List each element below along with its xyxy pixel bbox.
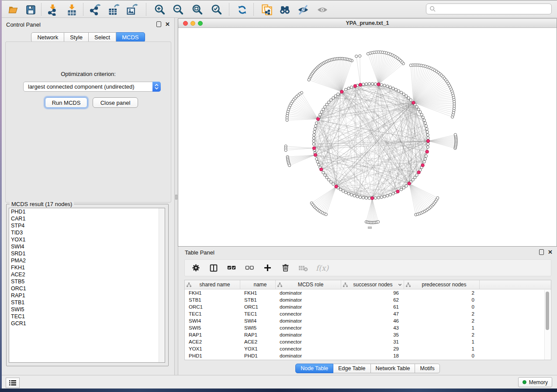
mcds-result-item[interactable]: PHD1 — [9, 208, 165, 215]
column-header-shared-name[interactable]: shared name — [185, 280, 240, 289]
zoom-in-icon[interactable] — [154, 3, 166, 16]
mcds-result-item[interactable]: RAP1 — [9, 292, 165, 299]
horizontal-splitter-handle[interactable] — [368, 227, 372, 229]
vertical-splitter[interactable] — [175, 18, 178, 375]
mcds-result-item[interactable]: CAR1 — [9, 215, 165, 222]
table-row[interactable]: PHD1PHD1dominator180 — [185, 352, 551, 359]
column-header-name[interactable]: name — [240, 280, 276, 289]
close-panel-button[interactable]: Close panel — [93, 97, 138, 108]
mcds-result-item[interactable]: STB5 — [9, 278, 165, 285]
mcds-result-item[interactable]: ACE2 — [9, 271, 165, 278]
tab-mcds[interactable]: MCDS — [116, 32, 145, 42]
cell: dominator — [276, 296, 341, 303]
table-row[interactable]: ORC1ORC1dominator610 — [185, 303, 551, 310]
table-row[interactable]: STB1STB1dominator620 — [185, 296, 551, 303]
column-header-MCDS-role[interactable]: MCDS role — [276, 280, 341, 289]
zoom-selected-icon[interactable] — [211, 3, 223, 16]
cell: SWI5 — [185, 324, 240, 331]
memory-button[interactable]: Memory — [518, 377, 552, 387]
mcds-list-scrollbar[interactable] — [159, 208, 165, 362]
desktop-wallpaper-bottom — [0, 389, 557, 392]
table-row[interactable]: ACE2ACE2connector311 — [185, 338, 551, 345]
tab-network-table[interactable]: Network Table — [371, 364, 415, 373]
column-namespace-icon — [277, 282, 282, 287]
cell: 96 — [341, 289, 404, 296]
tab-network[interactable]: Network — [31, 32, 64, 42]
table-row[interactable]: YOX1YOX1connector291 — [185, 345, 551, 352]
table-row[interactable]: FKH1FKH1dominator962 — [185, 289, 551, 296]
mcds-result-item[interactable]: YOX1 — [9, 236, 165, 243]
control-panel-title: Control Panel — [6, 21, 41, 28]
tab-select[interactable]: Select — [89, 32, 116, 42]
float-table-panel-icon[interactable] — [539, 249, 544, 255]
zoom-fit-icon[interactable] — [191, 3, 204, 16]
criterion-value: largest connected component (undirected) — [24, 83, 152, 90]
mcds-result-item[interactable]: STP4 — [9, 222, 165, 229]
cell: 31 — [341, 338, 404, 345]
mcds-result-item[interactable]: SWI4 — [9, 243, 165, 250]
tab-node-table[interactable]: Node Table — [295, 364, 333, 373]
close-panel-icon[interactable]: ✕ — [165, 22, 170, 27]
clone-network-icon[interactable] — [260, 3, 273, 16]
close-table-panel-icon[interactable]: ✕ — [548, 250, 553, 254]
criterion-dropdown[interactable]: largest connected component (undirected) — [23, 82, 161, 92]
cell: 61 — [341, 303, 404, 310]
mcds-result-item[interactable]: PMA2 — [9, 257, 165, 264]
table-row[interactable]: SWI4SWI4dominator462 — [185, 317, 551, 324]
task-history-button[interactable] — [6, 378, 20, 388]
find-binoculars-icon[interactable] — [279, 3, 291, 16]
mcds-result-item[interactable]: GCR1 — [9, 320, 165, 327]
zoom-out-icon[interactable] — [172, 3, 184, 16]
tab-style[interactable]: Style — [64, 32, 89, 42]
tab-edge-table[interactable]: Edge Table — [333, 364, 370, 373]
mcds-result-item[interactable]: SRD1 — [9, 250, 165, 257]
delete-column-trash-icon[interactable] — [280, 263, 291, 273]
cell: SWI4 — [240, 317, 276, 324]
deselect-all-icon[interactable] — [244, 263, 255, 273]
table-panel: Table Panel ✕ — [178, 247, 557, 375]
mcds-result-item[interactable]: ORC1 — [9, 285, 165, 292]
export-network-icon[interactable] — [89, 3, 101, 16]
network-window-titlebar[interactable]: YPA_prune.txt_1 — [178, 19, 557, 28]
table-row[interactable]: SWI5SWI5connector431 — [185, 324, 551, 331]
add-column-icon[interactable] — [262, 263, 273, 273]
mcds-result-item[interactable]: FKH1 — [9, 264, 165, 271]
save-session-icon[interactable] — [24, 3, 37, 16]
table-scrollbar[interactable] — [544, 290, 550, 360]
network-canvas[interactable] — [178, 28, 557, 246]
select-all-icon[interactable] — [226, 263, 237, 273]
cell: PHD1 — [185, 352, 240, 359]
export-image-icon[interactable] — [126, 3, 138, 16]
column-namespace-icon — [187, 282, 191, 287]
gear-icon[interactable] — [190, 263, 201, 273]
hide-selected-eye-icon[interactable] — [297, 3, 309, 16]
mcds-result-list[interactable]: PHD1CAR1STP4TID3YOX1SWI4SRD1PMA2FKH1ACE2… — [9, 208, 165, 363]
import-network-icon[interactable] — [46, 3, 59, 16]
mcds-result-item[interactable]: STB1 — [9, 299, 165, 306]
tab-motifs[interactable]: Motifs — [415, 364, 439, 373]
column-header-successor-nodes[interactable]: successor nodes — [341, 280, 404, 289]
mcds-result-item[interactable]: SWI5 — [9, 306, 165, 313]
import-table-icon[interactable] — [66, 3, 78, 16]
toolbar-separator — [253, 3, 254, 16]
table-row[interactable]: TEC1TEC1connector472 — [185, 310, 551, 317]
cell: 2 — [404, 317, 480, 324]
refresh-view-icon[interactable] — [236, 3, 248, 16]
cell: 35 — [341, 331, 404, 338]
split-panel-icon[interactable] — [208, 263, 219, 273]
table-row[interactable]: RAP1RAP1dominator352 — [185, 331, 551, 338]
float-panel-icon[interactable] — [156, 21, 161, 27]
cell: STB1 — [240, 296, 276, 303]
export-table-icon[interactable] — [107, 3, 120, 16]
show-all-eye-icon[interactable] — [316, 3, 329, 16]
search-input[interactable] — [436, 5, 551, 13]
splitter-handle[interactable] — [175, 195, 177, 199]
cell: 46 — [341, 317, 404, 324]
mcds-result-item[interactable]: TEC1 — [9, 313, 165, 320]
table-scrollbar-thumb[interactable] — [546, 292, 549, 330]
mcds-result-item[interactable]: TID3 — [9, 229, 165, 236]
open-file-icon[interactable] — [7, 3, 19, 16]
column-header-predecessor-nodes[interactable]: predecessor nodes — [404, 280, 480, 289]
run-mcds-button[interactable]: Run MCDS — [45, 97, 87, 108]
search-field[interactable] — [426, 3, 552, 14]
